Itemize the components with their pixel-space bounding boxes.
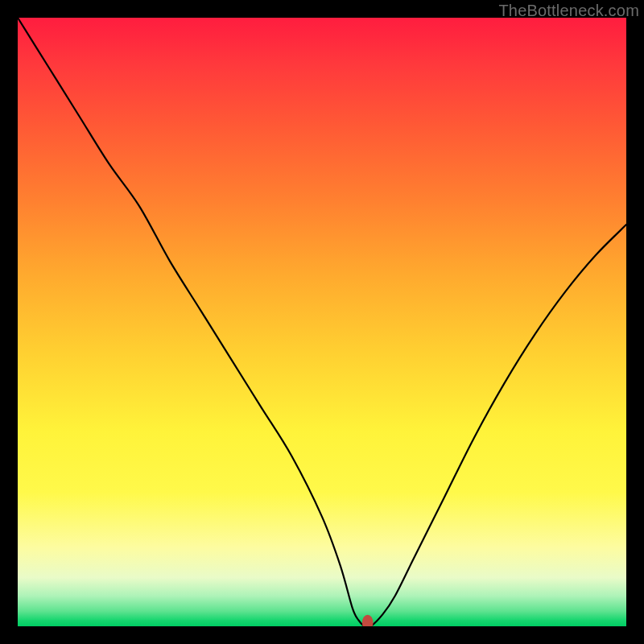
- optimal-point-marker: [362, 615, 374, 626]
- chart-frame: [18, 18, 626, 626]
- chart-svg: [18, 18, 626, 626]
- bottleneck-curve: [18, 18, 626, 626]
